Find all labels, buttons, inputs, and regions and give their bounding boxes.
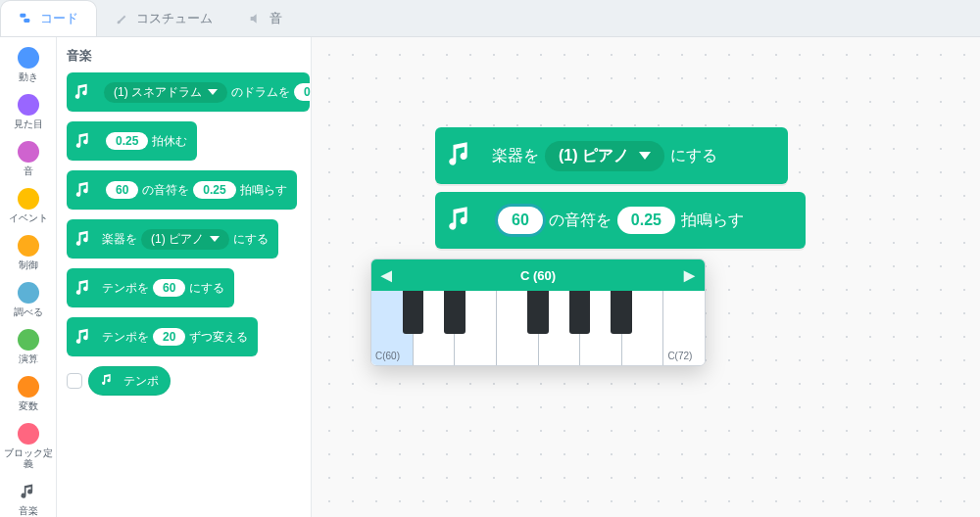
dot-sound (18, 141, 39, 163)
dot-variables (18, 376, 39, 398)
music-ext-icon (18, 481, 39, 502)
piano-key-as[interactable] (611, 291, 631, 334)
speaker-icon (248, 11, 264, 26)
chevron-down-icon (639, 152, 651, 160)
drum-dropdown[interactable]: (1) スネアドラム (104, 82, 227, 103)
dot-motion (18, 47, 39, 69)
cat-music-label: 音楽 (19, 505, 38, 516)
block-play-note[interactable]: 60 の音符を 0.25 拍鳴らす (67, 170, 297, 210)
code-icon (19, 11, 34, 26)
block-text: にする (233, 231, 269, 248)
cat-sensing[interactable]: 調べる (0, 282, 56, 317)
cat-sensing-label: 調べる (14, 306, 43, 317)
key-label-low: C(60) (375, 351, 400, 361)
brush-icon (115, 11, 130, 26)
block-text: 楽器を (102, 231, 137, 248)
note-input[interactable]: 60 (498, 207, 543, 234)
cat-control[interactable]: 制御 (0, 235, 56, 270)
cat-sound[interactable]: 音 (0, 141, 56, 176)
cat-control-label: 制御 (19, 259, 38, 270)
cat-events-label: イベント (9, 212, 48, 223)
instrument-dropdown[interactable]: (1) ピアノ (545, 141, 664, 171)
tab-sounds[interactable]: 音 (230, 0, 300, 36)
block-text: 拍休む (152, 133, 187, 150)
dot-operators (18, 329, 39, 351)
workspace[interactable]: 楽器を (1) ピアノ にする 60 の音符を 0.25 拍鳴らす ◀ C (6… (312, 37, 980, 517)
ws-block-play-note[interactable]: 60 の音符を 0.25 拍鳴らす (435, 192, 806, 249)
block-text: 拍鳴らす (681, 211, 744, 231)
tab-code[interactable]: コード (0, 0, 97, 36)
music-notes-icon (445, 138, 480, 173)
cat-myblocks[interactable]: ブロック定義 (0, 423, 56, 469)
tab-code-label: コード (40, 10, 78, 27)
reporter-tempo[interactable]: テンポ (88, 366, 171, 396)
cat-motion[interactable]: 動き (0, 47, 56, 82)
chevron-down-icon (210, 236, 220, 242)
cat-operators[interactable]: 演算 (0, 329, 56, 364)
piano-picker: ◀ C (60) ▶ C(60) C(72) (370, 258, 706, 366)
note-input[interactable]: 60 (106, 181, 138, 199)
svg-rect-0 (20, 14, 25, 18)
piano-key-cs[interactable] (403, 291, 423, 334)
block-text: テンポを (102, 280, 149, 297)
dot-sensing (18, 282, 39, 304)
beats-input[interactable]: 0.25 (294, 83, 312, 101)
beats-input[interactable]: 0.25 (617, 207, 675, 234)
music-notes-icon (100, 372, 118, 390)
tempo-delta-input[interactable]: 20 (153, 328, 185, 346)
block-text: の音符を (142, 182, 189, 199)
block-set-tempo[interactable]: テンポを 60 にする (67, 268, 234, 307)
music-notes-icon (73, 227, 96, 251)
cat-operators-label: 演算 (19, 353, 38, 364)
dot-looks (18, 94, 39, 116)
ws-block-set-instrument[interactable]: 楽器を (1) ピアノ にする (435, 127, 788, 184)
tab-costumes[interactable]: コスチューム (97, 0, 230, 36)
block-text: のドラムを (231, 84, 290, 101)
piano-key-fs[interactable] (527, 291, 548, 334)
block-change-tempo[interactable]: テンポを 20 ずつ変える (67, 317, 258, 356)
music-notes-icon (73, 129, 96, 153)
dot-events (18, 188, 39, 210)
block-text: 拍鳴らす (240, 182, 287, 199)
block-palette: 音楽 (1) スネアドラム のドラムを 0.25 0.25 拍休む 60 の音符… (57, 37, 312, 517)
monitor-checkbox[interactable] (67, 373, 82, 389)
cat-events[interactable]: イベント (0, 188, 56, 223)
piano-next-octave[interactable]: ▶ (684, 267, 695, 283)
block-text: にする (670, 146, 717, 166)
cat-music[interactable]: 音楽 (0, 481, 56, 516)
palette-title: 音楽 (67, 47, 311, 65)
beats-input[interactable]: 0.25 (106, 132, 148, 150)
music-notes-icon (445, 203, 480, 238)
block-set-instrument[interactable]: 楽器を (1) ピアノ にする (67, 219, 278, 258)
category-rail: 動き 見た目 音 イベント 制御 調べる 演算 変数 ブロック定義 音楽 (0, 37, 57, 517)
tempo-input[interactable]: 60 (153, 279, 185, 297)
piano-header: ◀ C (60) ▶ (371, 259, 705, 291)
editor-tabs: コード コスチューム 音 (0, 0, 980, 37)
block-text: 楽器を (492, 146, 539, 166)
cat-looks-label: 見た目 (14, 118, 43, 129)
instrument-dropdown-label: (1) ピアノ (559, 146, 629, 166)
beats-input[interactable]: 0.25 (193, 181, 235, 199)
block-text: にする (189, 280, 224, 297)
block-text: テンポを (102, 329, 149, 346)
instrument-dropdown[interactable]: (1) ピアノ (141, 229, 229, 250)
dot-myblocks (18, 423, 39, 445)
cat-looks[interactable]: 見た目 (0, 94, 56, 129)
reporter-label: テンポ (123, 373, 159, 390)
drum-dropdown-label: (1) スネアドラム (114, 84, 202, 101)
instrument-dropdown-label: (1) ピアノ (151, 231, 204, 248)
cat-motion-label: 動き (19, 71, 38, 82)
piano-key-ds[interactable] (444, 291, 465, 334)
piano-current-note: C (60) (520, 268, 556, 283)
cat-variables[interactable]: 変数 (0, 376, 56, 411)
block-play-drum[interactable]: (1) スネアドラム のドラムを 0.25 (67, 72, 310, 112)
music-notes-icon (73, 80, 94, 104)
chevron-down-icon (208, 89, 218, 95)
dot-control (18, 235, 39, 257)
block-rest[interactable]: 0.25 拍休む (67, 121, 197, 161)
cat-variables-label: 変数 (19, 400, 38, 411)
piano-prev-octave[interactable]: ◀ (381, 267, 392, 283)
cat-sound-label: 音 (24, 165, 33, 176)
piano-key-c72[interactable]: C(72) (662, 291, 705, 365)
piano-key-gs[interactable] (569, 291, 590, 334)
